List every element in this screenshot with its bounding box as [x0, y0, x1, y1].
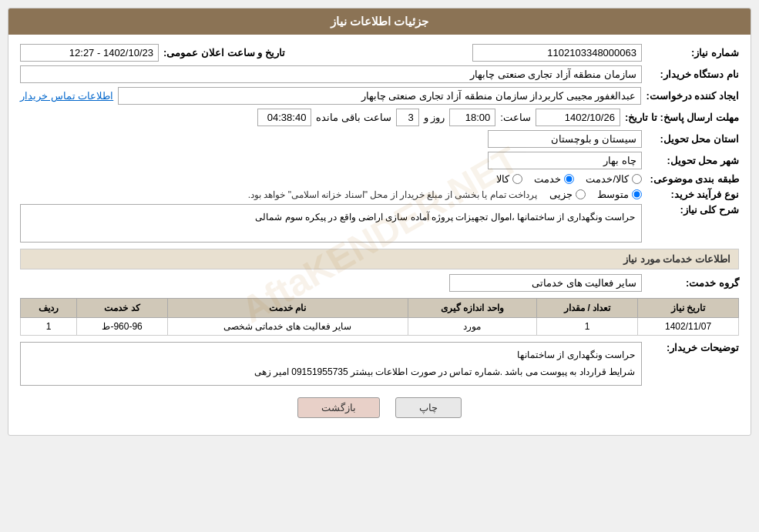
items-table: تاریخ نیاز تعداد / مقدار واحد اندازه گیر… — [20, 298, 739, 336]
shomareNiaz-label: شماره نیاز: — [646, 47, 739, 59]
card-header: جزئیات اطلاعات نیاز — [8, 8, 751, 35]
ostan-label: استان محل تحویل: — [646, 133, 739, 145]
shahr-label: شهر محل تحویل: — [646, 155, 739, 166]
row-namDasgah: نام دستگاه خریدار: سازمان منطقه آزاد تجا… — [20, 65, 739, 83]
mohlat-saat: 18:00 — [449, 109, 495, 126]
row-grooh: گروه خدمت: سایر فعالیت های خدماتی — [20, 274, 739, 292]
table-row: 1402/11/07 1 مورد سایر فعالیت های خدماتی… — [21, 318, 739, 336]
shomareNiaz-value: 1102103348000063 — [472, 44, 642, 62]
row-ijadKonande: ایجاد کننده درخواست: عبدالغفور مجیبی کار… — [20, 87, 739, 105]
row-navFaraind: نوع فرآیند خرید: متوسط جزیی پرداخت تمام … — [20, 189, 739, 200]
page-wrapper: جزئیات اطلاعات نیاز AftaKENDER.NET شماره… — [0, 0, 759, 532]
mohlat-date: 1402/10/26 — [536, 109, 620, 126]
ostan-value: سیستان و بلوچستان — [488, 130, 642, 148]
col-name: نام خدمت — [168, 299, 408, 318]
navFaraind-option-motavaset[interactable]: متوسط — [597, 189, 642, 200]
cell-tarikh: 1402/11/07 — [638, 318, 739, 336]
tabaqe-option-kala[interactable]: کالا — [496, 173, 522, 185]
button-row: چاپ بازگشت — [20, 397, 739, 426]
sharhKoli-label: شرح کلی نیاز: — [646, 204, 739, 216]
col-vahed: واحد اندازه گیری — [408, 299, 537, 318]
tabaqe-label: طبقه بندی موضوعی: — [646, 173, 739, 185]
navFaraind-label: نوع فرآیند خرید: — [646, 189, 739, 200]
ijadKonande-label: ایجاد کننده درخواست: — [646, 90, 739, 102]
col-tarikh: تاریخ نیاز — [638, 299, 739, 318]
mohlat-label: مهلت ارسال پاسخ: تا تاریخ: — [625, 112, 739, 123]
col-kod: کد خدمت — [77, 299, 168, 318]
col-tedad: تعداد / مقدار — [537, 299, 638, 318]
row-tabaqe: طبقه بندی موضوعی: کالا/خدمت خدمت کالا — [20, 173, 739, 185]
tousih-value: حراست ونگهداری از ساختمانها شرایط قراردا… — [20, 342, 642, 386]
tabaqe-radio-group: کالا/خدمت خدمت کالا — [496, 173, 642, 185]
back-button[interactable]: بازگشت — [297, 397, 380, 418]
cell-name: سایر فعالیت های خدماتی شخصی — [168, 318, 408, 336]
main-card: جزئیات اطلاعات نیاز AftaKENDER.NET شماره… — [8, 8, 751, 436]
ettelaatTamas-link[interactable]: اطلاعات تماس خریدار — [20, 90, 113, 102]
navFaraind-option-jozii[interactable]: جزیی — [549, 189, 586, 200]
tousih-label: توضیحات خریدار: — [646, 342, 739, 353]
mohlat-baghimande-label: ساعت باقی مانده — [316, 112, 391, 123]
info-khadamat-header: اطلاعات خدمات مورد نیاز — [20, 249, 739, 269]
cell-vahed: مورد — [408, 318, 537, 336]
row-mohlat: مهلت ارسال پاسخ: تا تاریخ: 1402/10/26 سا… — [20, 109, 739, 126]
row-shomareNiaz: شماره نیاز: 1102103348000063 تاریخ و ساع… — [20, 44, 739, 62]
row-tousih: توضیحات خریدار: حراست ونگهداری از ساختما… — [20, 342, 739, 386]
row-sharhKoli: شرح کلی نیاز: حراست ونگهداری از ساختمانه… — [20, 204, 739, 243]
print-button[interactable]: چاپ — [395, 397, 462, 418]
namDasgah-value: سازمان منطقه آزاد تجاری صنعتی چابهار — [20, 65, 642, 83]
sharhKoli-value: حراست ونگهداری از ساختمانها ،اموال تجهیز… — [20, 204, 642, 243]
grooh-label: گروه خدمت: — [646, 277, 739, 289]
tousih-line1: حراست ونگهداری از ساختمانها — [27, 347, 635, 364]
mohlat-saat-label: ساعت: — [500, 112, 531, 123]
row-ostan: استان محل تحویل: سیستان و بلوچستان — [20, 130, 739, 148]
tabaqe-option-khadamat[interactable]: خدمت — [534, 173, 574, 185]
namDasgah-label: نام دستگاه خریدار: — [646, 69, 739, 80]
cell-radif: 1 — [21, 318, 77, 336]
ijadKonande-value: عبدالغفور مجیبی کاربرداز سازمان منطقه آز… — [118, 87, 641, 105]
mohlat-roz: 3 — [396, 109, 419, 126]
page-title: جزئیات اطلاعات نیاز — [331, 15, 428, 28]
cell-tedad: 1 — [537, 318, 638, 336]
tarikh-saat-label: تاریخ و ساعت اعلان عمومی: — [163, 47, 285, 59]
tousih-line2: شرایط قرارداد به پیوست می باشد .شماره تم… — [27, 364, 635, 381]
mohlat-roz-label: روز و — [424, 112, 445, 123]
navFaraind-note: پرداخت تمام یا بخشی از مبلغ خریدار از مح… — [248, 189, 537, 200]
mohlat-baghimande: 04:38:40 — [257, 109, 311, 126]
grooh-value: سایر فعالیت های خدماتی — [449, 274, 642, 292]
row-shahr: شهر محل تحویل: چاه بهار — [20, 152, 739, 169]
col-radif: ردیف — [21, 299, 77, 318]
cell-kod: 960-96-ط — [77, 318, 168, 336]
navFaraind-radio-group: متوسط جزیی — [549, 189, 642, 200]
tabaqe-option-kala-khadamat[interactable]: کالا/خدمت — [586, 173, 642, 185]
card-body: AftaKENDER.NET شماره نیاز: 1102103348000… — [8, 35, 751, 435]
tarikh-saat-value: 1402/10/23 - 12:27 — [20, 44, 159, 62]
shahr-value: چاه بهار — [488, 152, 642, 169]
